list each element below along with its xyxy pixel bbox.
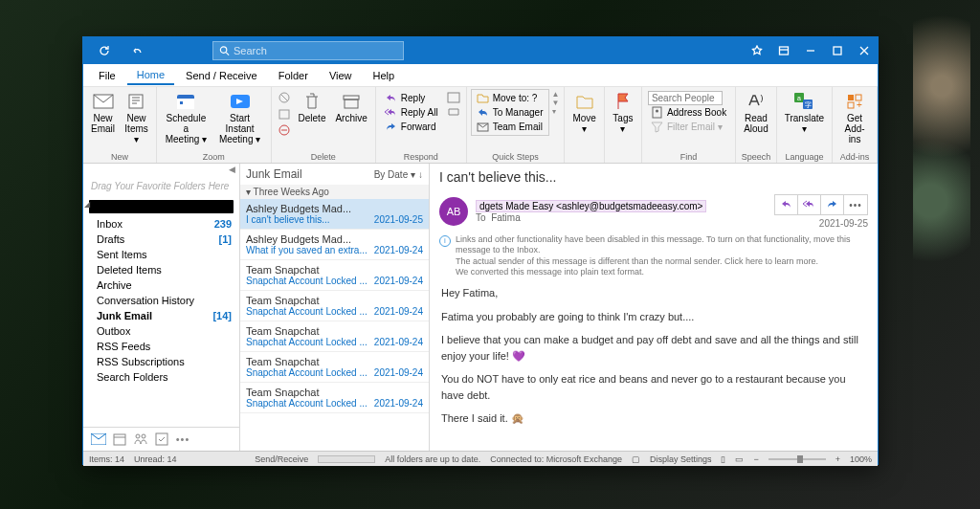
msglist-group-header[interactable]: ▾ Three Weeks Ago [240,185,429,199]
status-display[interactable]: Display Settings [650,454,712,464]
more-respond-icon[interactable] [447,104,460,118]
status-items: Items: 14 [89,454,124,464]
msg-subject: Snapchat Account Locked ... [246,398,368,409]
svg-rect-24 [848,102,854,108]
more-actions[interactable]: ••• [844,195,867,214]
archive-button[interactable]: Archive [331,89,370,125]
ribbon-group-speech: Read Aloud Speech [736,87,777,163]
group-label-quicksteps: Quick Steps [492,151,539,162]
reply-all-action[interactable] [798,195,821,214]
msg-date: 2021-09-24 [374,367,423,378]
sender-address: dgets Made Easy <ashley@budgetsmadeeasy.… [476,200,706,212]
info-bar[interactable]: i Links and other functionality have bee… [430,232,878,279]
reply-icon [385,92,397,104]
mail-view-icon[interactable] [91,432,106,447]
folder-item[interactable]: Conversation History [83,293,239,308]
menu-help[interactable]: Help [364,67,405,84]
folder-item[interactable]: RSS Feeds [83,339,239,354]
get-addins-button[interactable]: +Get Add-ins [836,89,873,146]
svg-point-29 [142,434,145,438]
folder-item[interactable]: Sent Items [83,247,239,262]
maximize-button[interactable] [824,37,851,64]
folder-item[interactable]: Junk Email[14] [83,308,239,323]
menu-home[interactable]: Home [127,66,174,85]
quickstep-moveto[interactable]: Move to: ? [474,91,546,105]
reply-action[interactable] [775,195,798,214]
reply-all-button[interactable]: Reply All [382,105,441,120]
search-input[interactable] [234,45,397,56]
search-people-input[interactable] [648,91,723,105]
menu-view[interactable]: View [320,67,362,84]
msglist-sort[interactable]: By Date ▾↓ [374,169,423,180]
titlebar-search[interactable] [212,41,404,60]
display-settings-icon[interactable]: ▢ [632,454,640,464]
account-header[interactable] [89,200,234,213]
message-item[interactable]: Ashley Budgets Mad...What if you saved a… [240,230,429,260]
collapse-folder-pane-icon[interactable]: ◀ [83,164,239,175]
start-meeting-button[interactable]: Start Instant Meeting ▾ [213,89,267,146]
message-item[interactable]: Team SnapchatSnapchat Account Locked ...… [240,321,429,352]
schedule-meeting-button[interactable]: Schedule a Meeting ▾ [161,89,211,146]
junk-icon[interactable] [278,123,291,137]
folder-item[interactable]: Archive [83,277,239,293]
meeting-icon[interactable] [447,91,460,104]
delete-button[interactable]: Delete [295,89,330,125]
forward-action[interactable] [821,195,844,214]
cleanup-icon[interactable] [278,107,291,121]
zoom-out-icon[interactable]: − [753,454,758,464]
folder-item[interactable]: Drafts[1] [83,232,239,247]
move-button[interactable]: Move ▾ [568,89,599,136]
close-button[interactable] [851,37,878,64]
message-item[interactable]: Team SnapchatSnapchat Account Locked ...… [240,352,429,383]
folder-item[interactable]: RSS Subscriptions [83,354,239,369]
tasks-view-icon[interactable] [154,432,169,447]
folder-item[interactable]: Deleted Items [83,262,239,277]
message-item[interactable]: Team SnapchatSnapchat Account Locked ...… [240,383,429,413]
menu-send-receive[interactable]: Send / Receive [176,67,267,84]
svg-rect-30 [156,433,167,445]
view-reading-icon[interactable]: ▭ [735,454,744,464]
msg-from: Team Snapchat [246,295,423,306]
zoom-in-icon[interactable]: + [835,454,840,464]
ignore-icon[interactable] [278,91,291,104]
new-email-button[interactable]: New Email [87,89,119,136]
view-normal-icon[interactable]: ▯ [721,454,725,464]
filter-email-button[interactable]: Filter Email ▾ [648,120,729,134]
folder-item[interactable]: Outbox [83,323,239,339]
calendar-view-icon[interactable] [112,432,127,447]
quickstep-more-icon[interactable]: ▾ [552,107,560,116]
tags-button[interactable]: Tags ▾ [609,89,637,136]
svg-text:a: a [797,95,801,101]
msg-subject: I can't believe this... [246,214,330,225]
message-item[interactable]: Ashley Budgets Mad...I can't believe thi… [240,199,429,230]
quickstep-down-icon[interactable]: ▼ [552,99,560,107]
menu-folder[interactable]: Folder [269,67,318,84]
folder-item[interactable]: Search Folders [83,369,239,385]
translate-button[interactable]: a字Translate ▾ [781,89,828,136]
zoom-slider[interactable] [768,458,826,460]
message-item[interactable]: Team SnapchatSnapchat Account Locked ...… [240,291,429,321]
undo-icon[interactable] [123,37,150,64]
people-view-icon[interactable] [133,432,148,447]
menubar: File Home Send / Receive Folder View Hel… [83,64,878,87]
sync-icon[interactable] [91,37,118,64]
minimize-button[interactable] [797,37,824,64]
ribbon-mode-icon[interactable] [770,37,797,64]
message-item[interactable]: Team SnapchatSnapchat Account Locked ...… [240,260,429,291]
new-items-button[interactable]: New Items ▾ [121,89,152,146]
more-views-icon[interactable]: ••• [175,432,190,447]
quickstep-tomanager[interactable]: To Manager [474,105,546,120]
menu-file[interactable]: File [89,67,125,84]
quickstep-teamemail[interactable]: Team Email [474,120,546,134]
coming-soon-icon[interactable] [744,37,770,64]
msg-from: Team Snapchat [246,387,423,398]
forward-button[interactable]: Forward [382,120,441,134]
address-book-button[interactable]: Address Book [648,105,729,120]
read-aloud-button[interactable]: Read Aloud [740,89,772,136]
reply-button[interactable]: Reply [382,91,441,105]
msg-from: Ashley Budgets Mad... [246,203,423,214]
folder-item[interactable]: Inbox239 [83,216,239,232]
svg-rect-12 [344,96,359,100]
quickstep-up-icon[interactable]: ▲ [552,90,560,99]
group-label-language: Language [785,151,823,162]
